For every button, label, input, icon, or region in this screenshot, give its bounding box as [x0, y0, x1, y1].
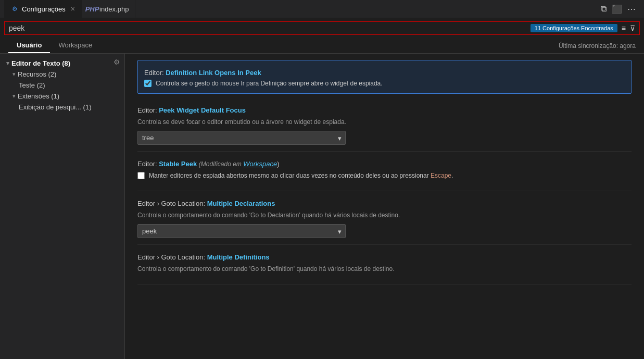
content-area: ⚙ ▾ Editor de Texto (8) ▾ Recursos (2) T… [0, 54, 644, 359]
escape-link: Escape [431, 172, 451, 179]
sidebar-item-editor-text[interactable]: ▾ Editor de Texto (8) [0, 58, 124, 69]
search-bar: 11 Configurações Encontradas ≡ ⊽ [4, 21, 640, 35]
setting-goto-definitions: Editor › Goto Location: Multiple Definit… [137, 245, 632, 284]
setting-goto-definitions-desc: Controla o comportamento do comando 'Go … [137, 264, 632, 274]
goto-declarations-dropdown-wrapper: peek gotoAndPeek goto [137, 224, 346, 238]
setting-definition-link: Editor: Definition Link Opens In Peek Co… [137, 60, 632, 94]
sync-status: Última sincronização: agora [559, 42, 636, 49]
peek-widget-dropdown-wrapper: tree editor [137, 131, 346, 145]
filter-list-icon[interactable]: ≡ [622, 24, 626, 32]
peek-widget-dropdown-container: tree editor [137, 131, 632, 145]
setting-peek-widget-focus: Editor: Peek Widget Default Focus Contro… [137, 98, 632, 152]
tab-close-button[interactable]: × [71, 5, 75, 13]
chevron-down-icon: ▾ [12, 71, 16, 78]
chevron-down-icon: ▾ [12, 93, 16, 100]
definition-link-checkbox-label: Controla se o gesto do mouse Ir para Def… [156, 80, 383, 87]
tab-indexphp[interactable]: PHP index.php [82, 0, 135, 18]
stable-peek-checkbox[interactable] [137, 172, 145, 179]
definition-link-checkbox[interactable] [144, 80, 151, 87]
setting-goto-declarations-title: Editor › Goto Location: Multiple Declara… [137, 200, 632, 207]
setting-stable-peek-desc: Manter editores de espiada abertos mesmo… [137, 171, 632, 180]
definition-link-checkbox-row: Controla se o gesto do mouse Ir para Def… [144, 80, 625, 87]
stable-peek-checkbox-label: Manter editores de espiada abertos mesmo… [149, 171, 453, 180]
split-editor-icon[interactable]: ⧉ [601, 4, 607, 14]
setting-goto-definitions-title: Editor › Goto Location: Multiple Definit… [137, 253, 632, 261]
tab-configuracoes[interactable]: ⚙ Configurações × [4, 0, 82, 18]
search-results-badge: 11 Configurações Encontradas [531, 24, 617, 32]
settings-tab-list: Usuário Workspace [8, 38, 100, 53]
goto-declarations-dropdown-container: peek gotoAndPeek goto [137, 224, 632, 238]
setting-stable-peek-title: Editor: Stable Peek (Modificado em Works… [137, 160, 632, 168]
setting-definition-link-title: Editor: Definition Link Opens In Peek [144, 69, 625, 77]
tab-bar-actions: ⧉ ⬛ ⋯ [601, 4, 636, 14]
goto-declarations-dropdown[interactable]: peek gotoAndPeek goto [137, 224, 346, 238]
workspace-link[interactable]: Workspace [243, 160, 277, 168]
setting-goto-declarations: Editor › Goto Location: Multiple Declara… [137, 191, 632, 245]
settings-content: Editor: Definition Link Opens In Peek Co… [125, 54, 644, 359]
stable-peek-checkbox-row: Manter editores de espiada abertos mesmo… [137, 171, 632, 180]
sidebar-item-teste[interactable]: Teste (2) [0, 80, 124, 91]
sidebar-item-exibicao[interactable]: Exibição de pesqui... (1) [0, 102, 124, 113]
setting-peek-widget-desc: Controla se deve focar o editor embutido… [137, 117, 632, 127]
sidebar: ⚙ ▾ Editor de Texto (8) ▾ Recursos (2) T… [0, 54, 125, 359]
chevron-down-icon: ▾ [6, 60, 9, 67]
tab-indexphp-label: index.php [99, 5, 129, 13]
php-file-icon: PHP [88, 5, 96, 13]
settings-tabs: Usuário Workspace Última sincronização: … [0, 38, 644, 54]
sidebar-gear-icon[interactable]: ⚙ [113, 58, 120, 66]
settings-file-icon: ⚙ [10, 5, 19, 13]
sidebar-item-recursos[interactable]: ▾ Recursos (2) [0, 69, 124, 80]
filter-funnel-icon[interactable]: ⊽ [630, 24, 635, 32]
main-container: 11 Configurações Encontradas ≡ ⊽ Usuário… [0, 18, 644, 359]
peek-widget-dropdown[interactable]: tree editor [137, 131, 346, 145]
tab-list: ⚙ Configurações × PHP index.php [4, 0, 135, 18]
tab-configuracoes-label: Configurações [22, 5, 66, 13]
setting-stable-peek: Editor: Stable Peek (Modificado em Works… [137, 152, 632, 191]
tab-usuario[interactable]: Usuário [8, 38, 50, 53]
setting-peek-widget-title: Editor: Peek Widget Default Focus [137, 106, 632, 114]
tab-workspace[interactable]: Workspace [50, 38, 100, 53]
setting-goto-declarations-desc: Controla o comportamento do comando 'Go … [137, 211, 632, 220]
layout-icon[interactable]: ⬛ [612, 4, 622, 14]
more-actions-icon[interactable]: ⋯ [627, 4, 636, 14]
sidebar-item-extensoes[interactable]: ▾ Extensões (1) [0, 91, 124, 102]
search-input[interactable] [9, 24, 526, 32]
tab-bar: ⚙ Configurações × PHP index.php ⧉ ⬛ ⋯ [0, 0, 644, 18]
